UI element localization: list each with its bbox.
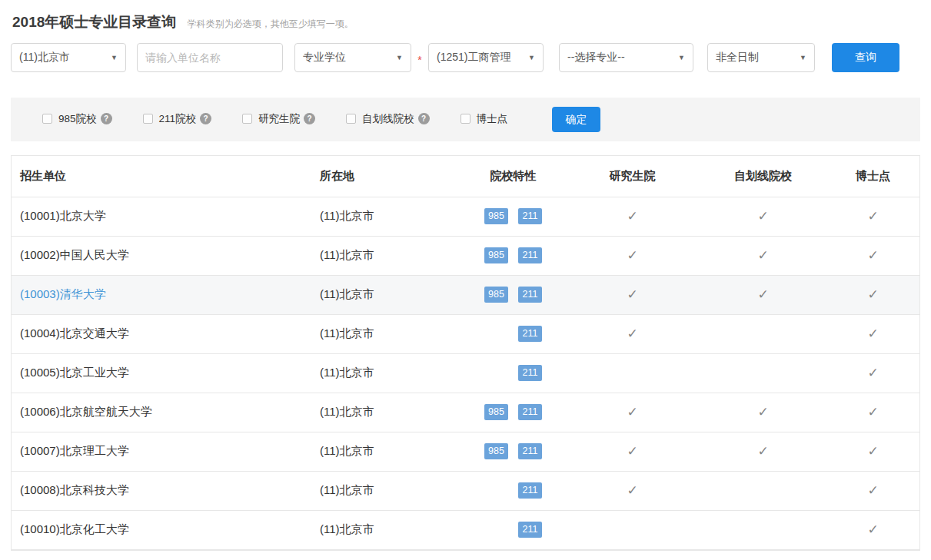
- unit-cell: (10002)中国人民大学: [12, 236, 311, 275]
- column-header-4: 研究生院: [565, 156, 700, 197]
- table-header-row: 招生单位所在地院校特性研究生院自划线院校博士点: [12, 156, 919, 197]
- unit-cell: (10007)北京理工大学: [12, 432, 311, 471]
- badges-cell: 985211: [461, 236, 565, 275]
- help-icon[interactable]: ?: [304, 113, 315, 124]
- chevron-down-icon: ▼: [528, 54, 535, 61]
- badges-cell: 985211: [461, 471, 565, 510]
- province-select-value: (11)北京市: [19, 51, 70, 65]
- checkbox[interactable]: [242, 114, 252, 124]
- location-cell: (11)北京市: [311, 275, 461, 314]
- filter-item-5[interactable]: 博士点: [461, 112, 508, 126]
- location-cell: (11)北京市: [311, 432, 461, 471]
- table-row: (10003)清华大学(11)北京市985211✓✓✓: [12, 275, 919, 314]
- category-select[interactable]: (1251)工商管理 ▼: [428, 43, 544, 72]
- chevron-down-icon: ▼: [396, 54, 403, 61]
- doctoral-check: ✓: [826, 236, 919, 275]
- unit-link[interactable]: (10005)北京工业大学: [20, 366, 129, 379]
- table-row: (10007)北京理工大学(11)北京市985211✓✓✓: [12, 432, 919, 471]
- unit-cell: (10010)北京化工大学: [12, 510, 311, 549]
- column-header-1: 招生单位: [12, 156, 311, 197]
- filter-item-4[interactable]: 自划线院校?: [346, 112, 430, 126]
- location-cell: (11)北京市: [311, 393, 461, 432]
- badge-985: 985: [484, 443, 508, 459]
- grad-school-check: ✓: [565, 432, 700, 471]
- self-line-check: ✓: [700, 393, 826, 432]
- unit-link[interactable]: (10010)北京化工大学: [20, 522, 129, 535]
- province-select[interactable]: (11)北京市 ▼: [11, 43, 126, 72]
- help-icon[interactable]: ?: [101, 113, 112, 124]
- major-select[interactable]: --选择专业-- ▼: [559, 43, 693, 72]
- degree-type-select-value: 专业学位: [303, 51, 346, 65]
- badges-cell: 985211: [461, 393, 565, 432]
- column-header-2: 所在地: [311, 156, 461, 197]
- badge-211: 211: [518, 365, 542, 381]
- help-icon[interactable]: ?: [200, 113, 211, 124]
- filter-label: 博士点: [477, 112, 508, 126]
- location-cell: (11)北京市: [311, 314, 461, 353]
- grad-school-check: ✓: [565, 197, 700, 236]
- checkbox[interactable]: [42, 114, 52, 124]
- unit-link[interactable]: (10002)中国人民大学: [20, 248, 129, 261]
- grad-school-check: ✓: [565, 236, 700, 275]
- location-cell: (11)北京市: [311, 353, 461, 393]
- checkbox[interactable]: [143, 114, 153, 124]
- badge-211: 211: [518, 247, 542, 263]
- badge-985: 985: [484, 404, 508, 420]
- checkbox[interactable]: [346, 114, 356, 124]
- table-row: (10006)北京航空航天大学(11)北京市985211✓✓✓: [12, 393, 919, 432]
- self-line-check: [700, 510, 826, 549]
- badge-211: 211: [518, 287, 542, 303]
- results-table: 招生单位所在地院校特性研究生院自划线院校博士点 (10001)北京大学(11)北…: [12, 156, 919, 550]
- filter-item-2[interactable]: 211院校?: [143, 112, 212, 126]
- filter-label: 985院校: [58, 112, 97, 126]
- search-button[interactable]: 查询: [832, 43, 899, 72]
- help-icon[interactable]: ?: [418, 113, 430, 124]
- unit-link[interactable]: (10007)北京理工大学: [20, 444, 129, 457]
- doctoral-check: ✓: [826, 432, 919, 471]
- badges-cell: 985211: [461, 353, 565, 393]
- badge-211: 211: [518, 208, 542, 224]
- location-cell: (11)北京市: [311, 197, 461, 236]
- filter-item-1[interactable]: 985院校?: [42, 112, 112, 126]
- search-toolbar: (11)北京市 ▼ 专业学位 ▼ * (1251)工商管理 ▼ --选择专业--…: [11, 43, 920, 72]
- badge-211: 211: [518, 522, 542, 538]
- badges-cell: 985211: [461, 314, 565, 353]
- unit-name-input[interactable]: [145, 51, 274, 64]
- checkbox[interactable]: [461, 114, 470, 124]
- unit-link[interactable]: (10006)北京航空航天大学: [20, 405, 152, 418]
- doctoral-check: ✓: [826, 510, 919, 549]
- badge-211: 211: [518, 326, 542, 342]
- table-row: (10001)北京大学(11)北京市985211✓✓✓: [12, 197, 919, 236]
- doctoral-check: ✓: [826, 353, 919, 393]
- column-header-3: 院校特性: [461, 156, 565, 197]
- results-table-wrap: 招生单位所在地院校特性研究生院自划线院校博士点 (10001)北京大学(11)北…: [11, 155, 920, 551]
- unit-cell: (10003)清华大学: [12, 275, 311, 314]
- badge-985: 985: [484, 287, 508, 303]
- self-line-check: ✓: [700, 236, 826, 275]
- unit-cell: (10006)北京航空航天大学: [12, 393, 311, 432]
- unit-link[interactable]: (10008)北京科技大学: [20, 483, 129, 496]
- doctoral-check: ✓: [826, 314, 919, 353]
- column-header-6: 博士点: [826, 156, 919, 197]
- column-header-5: 自划线院校: [700, 156, 826, 197]
- badges-cell: 985211: [461, 432, 565, 471]
- study-mode-select[interactable]: 非全日制 ▼: [707, 43, 815, 72]
- unit-cell: (10008)北京科技大学: [12, 471, 311, 510]
- unit-cell: (10004)北京交通大学: [12, 314, 311, 353]
- table-row: (10004)北京交通大学(11)北京市985211✓✓: [12, 314, 919, 353]
- grad-school-check: [565, 510, 700, 549]
- unit-link[interactable]: (10004)北京交通大学: [20, 326, 129, 340]
- location-cell: (11)北京市: [311, 471, 461, 510]
- degree-type-select[interactable]: 专业学位 ▼: [294, 43, 411, 72]
- unit-cell: (10001)北京大学: [12, 197, 311, 236]
- confirm-button[interactable]: 确定: [552, 107, 600, 132]
- filter-label: 研究生院: [258, 112, 300, 126]
- page-header: 2018年硕士专业目录查询 学科类别为必选项，其他至少填写一项。: [0, 0, 931, 32]
- filter-label: 211院校: [159, 112, 197, 126]
- filter-bar: 985院校?211院校?研究生院?自划线院校?博士点 确定: [11, 98, 920, 141]
- unit-link[interactable]: (10003)清华大学: [20, 287, 106, 300]
- unit-link[interactable]: (10001)北京大学: [20, 209, 106, 222]
- table-row: (10010)北京化工大学(11)北京市985211✓: [12, 510, 919, 549]
- unit-name-field: [137, 43, 283, 72]
- filter-item-3[interactable]: 研究生院?: [242, 112, 315, 126]
